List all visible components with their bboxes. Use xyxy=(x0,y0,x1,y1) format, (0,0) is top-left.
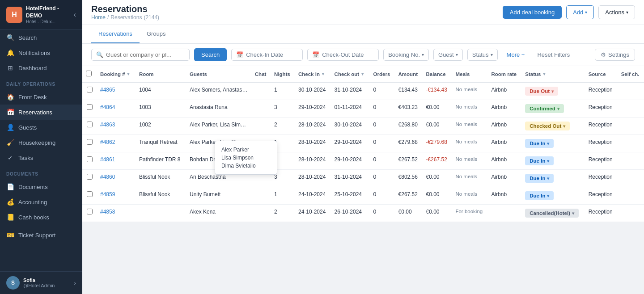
col-source: Source xyxy=(585,66,618,82)
more-filters-button[interactable]: More + xyxy=(502,49,530,60)
checkout-cell: 29-10-2024 xyxy=(331,135,370,152)
sidebar-item-label: Reservations xyxy=(18,109,52,116)
row-checkbox[interactable] xyxy=(87,209,93,214)
status-badge[interactable]: Due In ▾ xyxy=(525,156,554,165)
user-profile[interactable]: S Sofia @Hotel Admin › xyxy=(0,271,82,294)
search-input[interactable] xyxy=(106,51,185,58)
status-badge[interactable]: Confirmed ▾ xyxy=(525,104,564,113)
tab-reservations-label: Reservations xyxy=(98,30,132,37)
search-button[interactable]: Search xyxy=(194,48,227,61)
status-badge[interactable]: Due In ▾ xyxy=(525,174,554,183)
status-badge[interactable]: Due Out ▾ xyxy=(525,87,558,96)
status-filter[interactable]: Status ▾ xyxy=(467,49,498,61)
sidebar-item-cash-books[interactable]: 📒 Cash books xyxy=(0,210,82,225)
row-checkbox[interactable] xyxy=(87,139,93,145)
room-cell: Pathfinder TDR 8 xyxy=(136,152,186,170)
sidebar-item-search[interactable]: 🔍 Search xyxy=(0,30,82,45)
checkin-date-picker[interactable]: 📅 Check-In Date xyxy=(231,49,303,61)
booking-no-filter[interactable]: Booking No. ▾ xyxy=(383,49,429,61)
calendar-icon: 📅 xyxy=(6,109,14,116)
table-row: #4864 1003 Anastasia Runa 3 29-10-2024 0… xyxy=(82,100,644,118)
tab-reservations[interactable]: Reservations xyxy=(91,25,140,43)
grid-icon: ⊞ xyxy=(6,64,14,71)
checkout-cell: 26-10-2024 xyxy=(331,205,370,222)
col-checkin[interactable]: Check in ▼ xyxy=(298,71,325,77)
tab-groups[interactable]: Groups xyxy=(140,25,173,43)
breadcrumb-count: (2144) xyxy=(144,14,159,21)
row-checkbox[interactable] xyxy=(87,156,93,162)
guest-filter[interactable]: Guest ▾ xyxy=(433,49,463,61)
status-badge[interactable]: Due In ▾ xyxy=(525,191,554,200)
room-rate-cell: Airbnb xyxy=(487,100,521,118)
sidebar-item-documents[interactable]: 📄 Documents xyxy=(0,179,82,194)
checkin-cell: 24-10-2024 xyxy=(295,205,331,222)
sidebar-item-label: Guests xyxy=(18,124,37,131)
sidebar-item-housekeeping[interactable]: 🧹 Housekeeping xyxy=(0,135,82,150)
room-cell: 1002 xyxy=(136,118,186,135)
checkout-placeholder: Check-Out Date xyxy=(322,51,364,58)
sidebar-item-accounting[interactable]: 💰 Accounting xyxy=(0,194,82,210)
search-icon: 🔍 xyxy=(96,51,103,58)
sidebar-item-ticket-support[interactable]: 🎫 Ticket Support xyxy=(0,227,82,243)
col-room-rate: Room rate xyxy=(487,66,521,82)
row-checkbox[interactable] xyxy=(87,122,93,127)
reset-filters-button[interactable]: Reset Filters xyxy=(534,49,573,60)
row-checkbox[interactable] xyxy=(87,174,93,180)
status-label: Status xyxy=(472,51,489,58)
checkout-date-picker[interactable]: 📅 Check-Out Date xyxy=(307,49,379,61)
select-all-checkbox[interactable] xyxy=(86,71,92,76)
sidebar-item-guests[interactable]: 👤 Guests xyxy=(0,120,82,135)
checkin-cell: 28-10-2024 xyxy=(295,118,331,135)
sidebar-item-dashboard[interactable]: ⊞ Dashboard xyxy=(0,60,82,76)
booking-link[interactable]: #4861 xyxy=(100,156,115,163)
row-checkbox[interactable] xyxy=(87,104,93,110)
broom-icon: 🧹 xyxy=(6,139,14,146)
breadcrumb-home[interactable]: Home xyxy=(91,14,106,21)
sidebar-collapse-icon[interactable]: ‹ xyxy=(74,11,76,19)
chevron-down-icon: ▾ xyxy=(456,52,458,57)
sidebar-item-label: Search xyxy=(18,34,37,41)
row-checkbox[interactable] xyxy=(87,87,93,92)
chevron-down-icon: ▾ xyxy=(422,52,424,57)
booking-link[interactable]: #4862 xyxy=(100,139,115,145)
checkin-placeholder: Check-In Date xyxy=(246,51,283,58)
booking-link[interactable]: #4864 xyxy=(100,104,115,110)
col-booking[interactable]: Booking # ▼ xyxy=(100,71,131,77)
status-badge[interactable]: Cancelled(Hotel) ▾ xyxy=(525,209,579,218)
hotel-name: Hotel - Delux... xyxy=(26,19,74,24)
row-checkbox[interactable] xyxy=(87,191,93,197)
self-ch-cell xyxy=(618,205,644,222)
sidebar-item-notifications[interactable]: 🔔 Notifications xyxy=(0,45,82,60)
col-checkout[interactable]: Check out ▼ xyxy=(335,71,365,77)
actions-button[interactable]: Actions ▾ xyxy=(598,5,635,19)
status-cell: Confirmed ▾ xyxy=(521,100,585,118)
user-role: @Hotel Admin xyxy=(23,283,55,288)
chevron-down-icon: ▾ xyxy=(626,10,628,15)
add-button[interactable]: Add ▾ xyxy=(566,5,594,19)
chevron-right-icon[interactable]: › xyxy=(74,279,76,286)
settings-button[interactable]: ⚙ Settings xyxy=(595,49,635,61)
booking-link[interactable]: #4858 xyxy=(100,209,115,215)
status-badge[interactable]: Due In ▾ xyxy=(525,139,554,148)
sidebar-item-front-desk[interactable]: 🏠 Front Desk xyxy=(0,89,82,105)
chevron-down-icon: ▾ xyxy=(491,52,493,57)
source-cell: Reception xyxy=(585,170,618,187)
add-deal-booking-button[interactable]: Add deal booking xyxy=(503,6,562,19)
room-cell: 1003 xyxy=(136,100,186,118)
col-status[interactable]: Status ▼ xyxy=(525,71,546,77)
table-row: #4861 Pathfinder TDR 8 Bohdan Drobot, Di… xyxy=(82,152,644,170)
balance-cell: €0.00 xyxy=(422,118,452,135)
topbar: Reservations Home / Reservations (2144) … xyxy=(82,0,644,25)
booking-link[interactable]: #4865 xyxy=(100,87,115,93)
calendar-in-icon: 📅 xyxy=(236,51,243,58)
status-badge[interactable]: Checked Out ▾ xyxy=(525,122,570,130)
booking-link[interactable]: #4860 xyxy=(100,174,115,180)
booking-link[interactable]: #4859 xyxy=(100,191,115,197)
sidebar-item-reservations[interactable]: 📅 Reservations xyxy=(0,105,82,120)
sidebar-item-tasks[interactable]: ✓ Tasks xyxy=(0,150,82,165)
booking-no-label: Booking No. xyxy=(388,51,420,58)
reservations-table: Booking # ▼ Room Guests Chat Nights Chec… xyxy=(82,66,644,222)
tabs-bar: Reservations Groups xyxy=(82,25,644,44)
booking-link[interactable]: #4863 xyxy=(100,122,115,128)
checkin-cell: 30-10-2024 xyxy=(295,82,331,100)
